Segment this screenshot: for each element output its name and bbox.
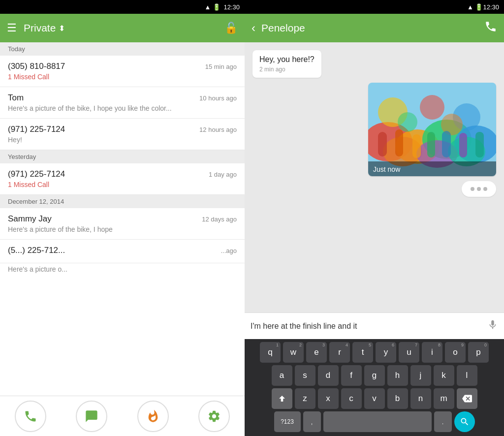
left-title-text: Private (24, 22, 56, 34)
conversation-list: Today (305) 810-8817 15 min ago 1 Missed… (0, 42, 245, 396)
left-top-bar: ☰ Private ⬍ 🔓 (0, 14, 245, 42)
item-top: (305) 810-8817 15 min ago (8, 62, 237, 71)
item-name: Tom (8, 93, 24, 103)
svg-rect-13 (378, 132, 387, 156)
list-item[interactable]: Sammy Jay 12 days ago Here's a picture o… (0, 208, 245, 240)
section-yesterday: Yesterday (0, 150, 245, 163)
item-time-partial: ...ago (220, 247, 237, 254)
key-shift[interactable] (272, 388, 292, 409)
svg-rect-14 (395, 129, 403, 156)
item-top: Sammy Jay 12 days ago (8, 214, 237, 224)
key-delete[interactable] (457, 388, 477, 409)
sort-icon[interactable]: ⬍ (59, 24, 65, 33)
key-t[interactable]: 5t (352, 342, 373, 363)
list-item[interactable]: (971) 225-7124 1 day ago 1 Missed Call (0, 163, 245, 195)
list-item[interactable]: (5...) 225-712... ...ago (0, 240, 245, 263)
key-g[interactable]: g (364, 365, 385, 386)
key-w[interactable]: 2w (283, 342, 304, 363)
chat-messages: Hey, you here!? 2 min ago (245, 42, 504, 312)
key-f[interactable]: f (341, 365, 362, 386)
keyboard-row-4: ?123 , . (247, 411, 502, 432)
left-panel: ▲ 🔋 12:30 ☰ Private ⬍ 🔓 Today (305) 810-… (0, 0, 245, 436)
phone-nav-button[interactable] (15, 401, 46, 432)
right-time: 12:30 (483, 3, 499, 11)
svg-point-11 (398, 112, 417, 132)
back-icon[interactable]: ‹ (252, 21, 255, 35)
list-item[interactable]: (971) 225-7124 12 hours ago Hey! (0, 119, 245, 150)
key-h[interactable]: h (387, 365, 408, 386)
mic-icon[interactable] (487, 319, 498, 333)
key-k[interactable]: k (434, 365, 454, 386)
image-message: Just now (368, 83, 496, 176)
key-r[interactable]: 4r (329, 342, 350, 363)
key-l[interactable]: l (457, 365, 477, 386)
left-time: 12:30 (223, 3, 240, 11)
message-input[interactable] (251, 322, 483, 331)
key-i[interactable]: 8i (422, 342, 442, 363)
list-item[interactable]: Tom 10 hours ago Here's a picture of the… (0, 87, 245, 119)
section-today: Today (0, 42, 245, 56)
key-search[interactable] (454, 411, 475, 432)
list-item[interactable]: (305) 810-8817 15 min ago 1 Missed Call (0, 56, 245, 87)
item-time: 1 day ago (209, 171, 237, 178)
key-period[interactable]: . (434, 411, 452, 432)
key-y[interactable]: 6y (376, 342, 396, 363)
key-z[interactable]: z (295, 388, 315, 409)
key-space[interactable] (323, 411, 432, 432)
key-numbers[interactable]: ?123 (274, 411, 301, 432)
svg-rect-17 (442, 131, 451, 157)
right-battery-icon: 🔋 (475, 3, 483, 11)
item-name: (305) 810-8817 (8, 62, 65, 71)
key-n[interactable]: n (410, 388, 431, 409)
key-comma[interactable]: , (303, 411, 321, 432)
key-s[interactable]: s (295, 365, 315, 386)
right-status-bar: ▲ 🔋 12:30 (245, 0, 504, 14)
chat-top-bar: ‹ Penelope (245, 14, 504, 42)
battery-icon: 🔋 (213, 3, 220, 11)
item-sub: Hey! (8, 136, 237, 144)
section-yesterday-label: Yesterday (8, 153, 36, 160)
partial-sub: Here's a picture o... (0, 263, 245, 277)
settings-nav-button[interactable] (198, 401, 230, 432)
key-a[interactable]: a (272, 365, 292, 386)
item-time: 12 days ago (202, 216, 237, 223)
keyboard-row-2: a s d f g h j k l (247, 365, 502, 386)
item-top: Tom 10 hours ago (8, 93, 237, 103)
item-top: (971) 225-7124 12 hours ago (8, 125, 237, 134)
svg-text:Just now: Just now (373, 165, 401, 173)
key-b[interactable]: b (387, 388, 408, 409)
right-panel: ▲ 🔋 12:30 ‹ Penelope Hey, you here!? 2 m… (245, 0, 504, 436)
key-x[interactable]: x (318, 388, 339, 409)
svg-rect-15 (412, 134, 421, 158)
received-message: Hey, you here!? 2 min ago (252, 50, 321, 78)
item-time: 10 hours ago (199, 94, 237, 102)
key-u[interactable]: 7u (399, 342, 419, 363)
item-time: 15 min ago (205, 63, 237, 70)
key-o[interactable]: 9o (445, 342, 466, 363)
svg-point-9 (420, 95, 444, 120)
call-icon[interactable] (484, 20, 497, 36)
key-p[interactable]: 0p (468, 342, 489, 363)
svg-rect-16 (427, 132, 435, 157)
menu-icon[interactable]: ☰ (7, 22, 17, 34)
svg-rect-19 (475, 132, 484, 157)
chat-nav-button[interactable] (76, 401, 107, 432)
key-q[interactable]: 1q (260, 342, 281, 363)
item-sub: Here's a picture of the bike, I hope (8, 225, 237, 233)
left-title: Private ⬍ (24, 22, 224, 34)
key-m[interactable]: m (434, 388, 454, 409)
bottom-nav (0, 396, 245, 436)
key-j[interactable]: j (410, 365, 431, 386)
item-name: (971) 225-7124 (8, 125, 65, 134)
key-d[interactable]: d (318, 365, 339, 386)
chat-contact-name: Penelope (261, 22, 484, 34)
item-time: 12 hours ago (199, 126, 237, 133)
key-c[interactable]: c (341, 388, 362, 409)
fire-nav-button[interactable] (137, 401, 169, 432)
item-name: Sammy Jay (8, 214, 52, 224)
section-december-label: December 12, 2014 (8, 198, 64, 205)
lock-icon[interactable]: 🔓 (224, 22, 238, 34)
svg-rect-18 (459, 133, 467, 157)
key-v[interactable]: v (364, 388, 385, 409)
key-e[interactable]: 3e (306, 342, 327, 363)
